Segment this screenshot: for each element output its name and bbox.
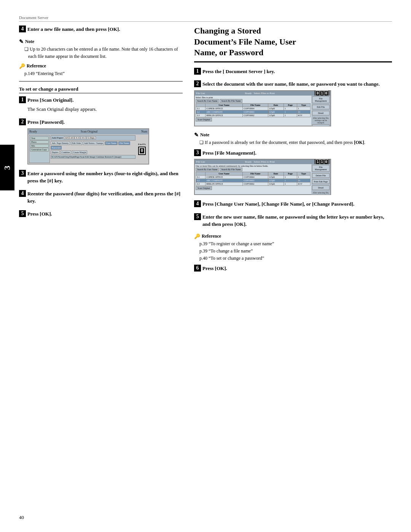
step3-enter-password: 3 Enter a password using the number keys… [19, 170, 183, 185]
right-step5-num: 5 [194, 213, 201, 220]
note-icon-1: ✎ [19, 38, 24, 45]
detail-btn-2: Detail [312, 185, 330, 190]
step4-reenter-num: 4 [19, 190, 26, 197]
step2-password: 2 Press [Password]. ReadyScan OriginalNu… [19, 118, 183, 165]
ref-body-1: p.149 “Entering Text” [24, 70, 183, 77]
note-item-1: ❏ Up to 20 characters can be entered as … [24, 46, 183, 60]
file-management-btn-2: File Management [312, 165, 330, 172]
step5-header: 5 Press [OK]. [19, 210, 183, 218]
right-step2-text: Select the document with the user name, … [202, 80, 380, 88]
chapter-number: 3 [2, 166, 12, 170]
right-step4-num: 4 [194, 200, 201, 207]
dls-sidebar-1: File Management Edit File Detail After s… [311, 96, 330, 126]
note-body-2: ❏ If a password is already set for the d… [199, 139, 392, 146]
dls-main-2: One or more files can be printed continu… [195, 164, 311, 195]
ref-body-2: p.39 “To register or change a user name”… [199, 240, 392, 262]
note-title-1: ✎ Note [19, 38, 183, 45]
dls-top-1: File List Ready Select Files to Print 0 … [195, 91, 330, 96]
step4-reenter-header: 4 Reenter the password (four digits) for… [19, 190, 183, 205]
step4-enter-filename: 4 Enter a new file name, and then press … [19, 26, 183, 33]
step4-header: 4 Enter a new file name, and then press … [19, 26, 183, 33]
right-step4-header: 4 Press [Change User Name], [Change File… [194, 200, 392, 208]
right-step4-text: Press [Change User Name], [Change File N… [202, 200, 354, 208]
step4-reenter-password: 4 Reenter the password (four digits) for… [19, 190, 183, 205]
ref-title-1: 🔑 Reference [19, 63, 183, 69]
chapter-title: Changing a Stored Document’s File Name, … [194, 26, 392, 58]
right-step5-header: 5 Enter the new user name, file name, or… [194, 213, 392, 228]
file-management-btn: File Management [312, 96, 330, 103]
note-block-1: ✎ Note ❏ Up to 20 characters can be ente… [19, 38, 183, 60]
password-section-title: To set or change a password [19, 86, 183, 93]
right-step5-text: Enter the new user name, file name, or p… [202, 213, 392, 228]
right-step1-text: Press the [ Document Server ] key. [202, 68, 275, 75]
step2-num: 2 [19, 118, 26, 125]
right-step3: 3 Press [File Management]. File List Rea… [194, 149, 392, 195]
page: Document Server 3 4 Enter a new file nam… [0, 0, 411, 532]
step1-header: 1 Press [Scan Original]. [19, 96, 183, 104]
ref-label-2: Reference [202, 233, 221, 239]
ref-block-1: 🔑 Reference p.149 “Entering Text” [19, 63, 183, 77]
scan-original-screen: ReadyScan OriginalNum Text Photo Mix Gen… [27, 128, 149, 165]
note-block-2: ✎ Note ❏ If a password is already set fo… [194, 132, 392, 146]
doc-table-1: User Name File Name Date Page Type [196, 103, 311, 117]
ref-icon-1: 🔑 [19, 63, 25, 69]
ref-icon-2: 🔑 [194, 233, 200, 240]
chapter-heading: Changing a Stored Document’s File Name, … [194, 26, 392, 62]
text-btn: Text [30, 136, 49, 140]
dls-main-1: Select files to print Search By User Nam… [195, 96, 311, 126]
note-title-2: ✎ Note [194, 132, 392, 138]
step2-text: Press [Password]. [27, 118, 65, 126]
step3-text: Enter a password using the number keys (… [27, 170, 183, 185]
delete-file-btn: Delete File [312, 173, 330, 178]
right-step1: 1 Press the [ Document Server ] key. [194, 68, 392, 75]
ref-item-2a: p.39 “To register or change a user name” [199, 240, 392, 248]
dls-sidebar-2: File Management Delete File Print Edit P… [311, 164, 330, 195]
step5-ok: 5 Press [OK]. [19, 210, 183, 218]
dls-body-2: One or more files can be printed continu… [195, 164, 330, 195]
right-step2: 2 Select the document with the user name… [194, 80, 392, 126]
right-step4: 4 Press [Change User Name], [Change File… [194, 200, 392, 208]
two-column-layout: 4 Enter a new file name, and then press … [19, 26, 392, 277]
step4-num: 4 [19, 26, 26, 32]
doc-table-2: User Name File Name Date Page Type [196, 172, 311, 186]
document-server-label: Document Server [19, 15, 392, 22]
right-step6-text: Press [OK]. [202, 265, 227, 272]
ref-title-2: 🔑 Reference [194, 233, 392, 240]
right-step5: 5 Enter the new user name, file name, or… [194, 213, 392, 228]
edit-file-btn: Edit File [312, 105, 330, 109]
photo-btn: Photo [30, 140, 49, 144]
dls-top-2: File List Ready Select Files to Print 1 … [195, 160, 330, 164]
note-body-1: ❏ Up to 20 characters can be entered as … [24, 46, 183, 60]
step5-text: Press [OK]. [27, 210, 52, 218]
mix-btn: Mix [30, 144, 49, 148]
right-step3-header: 3 Press [File Management]. [194, 149, 392, 157]
step3-header: 3 Enter a password using the number keys… [19, 170, 183, 185]
step5-num: 5 [19, 210, 26, 217]
ref-item-2c: p.40 “To set or change a password” [199, 255, 392, 262]
dls-body-1: Select files to print Search By User Nam… [195, 96, 330, 126]
note-label-2: Note [200, 132, 209, 138]
ref-label-1: Reference [27, 63, 46, 69]
right-step3-num: 3 [194, 149, 201, 156]
right-column: Changing a Stored Document’s File Name, … [194, 26, 392, 277]
right-step2-num: 2 [194, 80, 201, 87]
step2-header: 2 Press [Password]. [19, 118, 183, 126]
note-label-1: Note [25, 39, 34, 45]
right-step3-text: Press [File Management]. [202, 149, 256, 157]
screen-left-panel: Text Photo Mix Generation Copy [29, 135, 50, 163]
left-column: 4 Enter a new file name, and then press … [19, 26, 183, 277]
step4-text: Enter a new file name, and then press [O… [27, 26, 120, 33]
note-icon-2: ✎ [194, 132, 199, 138]
right-step6-num: 6 [194, 265, 201, 272]
screen-top-bar: ReadyScan OriginalNum [28, 129, 148, 134]
right-step2-header: 2 Select the document with the user name… [194, 80, 392, 88]
step3-num: 3 [19, 170, 26, 177]
step4-reenter-text: Reenter the password (four digits) for v… [27, 190, 183, 205]
step1-body: The Scan Original display appears. [27, 105, 183, 113]
screen-body: Text Photo Mix Generation Copy Add Paper… [28, 134, 148, 164]
right-step6-header: 6 Press [OK]. [194, 265, 392, 272]
generation-btn: Generation Copy [30, 148, 49, 152]
ref-block-2: 🔑 Reference p.39 “To register or change … [194, 233, 392, 262]
doc-list-screen-2: File List Ready Select Files to Print 1 … [194, 159, 331, 195]
right-step1-num: 1 [194, 68, 201, 75]
